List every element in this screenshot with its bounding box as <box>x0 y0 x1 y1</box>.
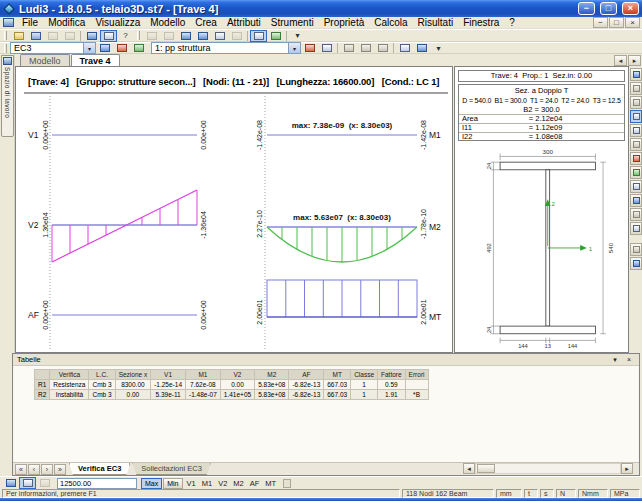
verifica-table[interactable]: Verifica L.C. Sezione x V1 M1 V2 M2 AF M… <box>34 369 429 400</box>
rt-layers-button[interactable] <box>630 257 642 270</box>
rt-axes-button[interactable] <box>630 222 642 235</box>
sheet-tab-sollecitazioni-ec3[interactable]: Sollecitazioni EC3 <box>132 463 210 475</box>
verify-settings-button[interactable] <box>96 42 113 54</box>
rt-snap-button[interactable] <box>630 243 642 256</box>
print-diagram-button[interactable] <box>36 477 53 489</box>
menu-finestra[interactable]: Finestra <box>458 17 504 29</box>
rt-grid-button[interactable] <box>630 194 642 207</box>
new-window-button[interactable] <box>396 42 413 54</box>
toolbar-grip[interactable] <box>283 479 291 488</box>
materials-book-button[interactable] <box>130 42 147 54</box>
menu-modifica[interactable]: Modifica <box>43 17 90 29</box>
minimize-button[interactable]: − <box>578 2 595 15</box>
verify-standard-combo[interactable]: EC3 ▾ <box>10 42 96 54</box>
rt-polyline-button[interactable] <box>630 96 642 109</box>
diagram-n-button[interactable] <box>357 42 374 54</box>
zoom-out-button[interactable] <box>194 30 211 42</box>
sheet-first-button[interactable]: « <box>15 464 27 475</box>
workspace-tab[interactable]: Spazio di lavoro <box>1 55 14 137</box>
rt-list-button[interactable] <box>630 180 642 193</box>
select-beam-button[interactable] <box>160 30 177 42</box>
rt-section-button[interactable] <box>630 208 642 221</box>
toggle-m1[interactable]: M1 <box>202 479 212 488</box>
toolbar-grip[interactable] <box>137 31 140 40</box>
toggle-v2[interactable]: V2 <box>218 479 227 488</box>
menu-visualizza[interactable]: Visualizza <box>90 17 145 29</box>
menu-modello[interactable]: Modello <box>145 17 190 29</box>
toggle-v1[interactable]: V1 <box>187 479 196 488</box>
code-book-button[interactable] <box>113 42 130 54</box>
edit-results-button[interactable] <box>318 42 335 54</box>
probe-button[interactable] <box>2 477 19 489</box>
position-input[interactable] <box>57 478 137 489</box>
tab-scroll-right-button[interactable]: ▸ <box>628 55 641 66</box>
menu-strumenti[interactable]: Strumenti <box>266 17 319 29</box>
min-button[interactable]: Min <box>163 478 182 489</box>
scroll-left-button[interactable]: ◂ <box>463 463 475 474</box>
rt-play-button[interactable] <box>630 166 642 179</box>
diagram-mode-button[interactable] <box>19 477 36 489</box>
beam-diagram-canvas[interactable]: [Trave: 4] [Gruppo: strutture secon...] … <box>15 66 453 353</box>
toggle-mt[interactable]: MT <box>265 479 276 488</box>
max-button[interactable]: Max <box>141 478 162 489</box>
tab-trave-4[interactable]: Trave 4 <box>71 54 120 66</box>
paste-button[interactable] <box>61 30 78 42</box>
sheet-tab-verifica-ec3[interactable]: Verifica EC3 <box>69 463 130 475</box>
sheet-next-button[interactable]: › <box>41 464 53 475</box>
diagram-m-button[interactable] <box>374 42 391 54</box>
toolbar-overflow-button[interactable]: ▾ <box>289 30 306 42</box>
rt-delete-button[interactable] <box>630 152 642 165</box>
menu-crea[interactable]: Crea <box>190 17 222 29</box>
rt-angle-button[interactable] <box>630 138 642 151</box>
beam-axis-button[interactable] <box>340 42 357 54</box>
rt-add-button[interactable] <box>630 68 642 81</box>
entity-display-button[interactable] <box>250 30 267 42</box>
toggle-af[interactable]: AF <box>250 479 260 488</box>
render-button[interactable] <box>267 30 284 42</box>
mdi-minimize-button[interactable]: − <box>593 17 608 28</box>
sheet-prev-button[interactable]: ‹ <box>28 464 40 475</box>
menu-risultati[interactable]: Risultati <box>413 17 459 29</box>
tab-modello[interactable]: Modello <box>20 54 70 66</box>
menu-proprieta[interactable]: Proprietà <box>319 17 370 29</box>
context-help-button[interactable]: ? <box>117 30 134 42</box>
open-button[interactable] <box>10 30 27 42</box>
table-horizontal-scrollbar[interactable]: ◂ ▸ <box>463 463 633 474</box>
scrollbar-thumb[interactable] <box>477 464 495 473</box>
select-node-button[interactable] <box>143 30 160 42</box>
close-button[interactable]: × <box>622 2 639 15</box>
toolbar2-overflow-button[interactable]: ▾ <box>430 42 447 54</box>
menu-attributi[interactable]: Attributi <box>222 17 266 29</box>
report-button[interactable] <box>83 30 100 42</box>
scrollbar-track[interactable] <box>475 463 621 474</box>
menu-file[interactable]: File <box>17 17 43 29</box>
mdi-close-button[interactable]: × <box>625 17 640 28</box>
toolbar-grip[interactable] <box>4 31 7 40</box>
toggle-m2[interactable]: M2 <box>233 479 243 488</box>
tables-menu-button[interactable]: ▾ <box>609 355 621 365</box>
viewport-button[interactable] <box>100 30 117 42</box>
table-row[interactable]: R1 Resistenza Cmb 3 8300.00 -1.25e-14 7.… <box>35 380 429 390</box>
sheet-last-button[interactable]: » <box>54 464 66 475</box>
mdi-restore-button[interactable]: □ <box>609 17 624 28</box>
copy-button[interactable] <box>44 30 61 42</box>
measure-button[interactable] <box>413 42 430 54</box>
zoom-all-button[interactable] <box>211 30 228 42</box>
pan-button[interactable] <box>228 30 245 42</box>
toolbar-grip[interactable] <box>4 44 7 53</box>
save-button[interactable] <box>27 30 44 42</box>
scroll-right-button[interactable]: ▸ <box>621 463 633 474</box>
tab-scroll-left-button[interactable]: ◂ <box>614 55 627 66</box>
menu-calcola[interactable]: Calcola <box>369 17 412 29</box>
tables-close-button[interactable]: × <box>623 355 635 365</box>
rt-select-button[interactable] <box>630 124 642 137</box>
maximize-button[interactable]: □ <box>600 2 617 15</box>
table-row[interactable]: R2 Instabilità Cmb 3 0.00 5.39e-11 -1.48… <box>35 390 429 400</box>
tables-panel-header[interactable]: Tabelle ▾ × <box>13 354 639 366</box>
zoom-in-button[interactable] <box>177 30 194 42</box>
results-toggle-button[interactable] <box>301 42 318 54</box>
document-icon[interactable] <box>3 18 14 27</box>
load-case-combo[interactable]: 1: pp struttura ▾ <box>151 42 301 54</box>
menu-help[interactable]: ? <box>504 17 520 29</box>
rt-edit-button[interactable] <box>630 110 642 123</box>
